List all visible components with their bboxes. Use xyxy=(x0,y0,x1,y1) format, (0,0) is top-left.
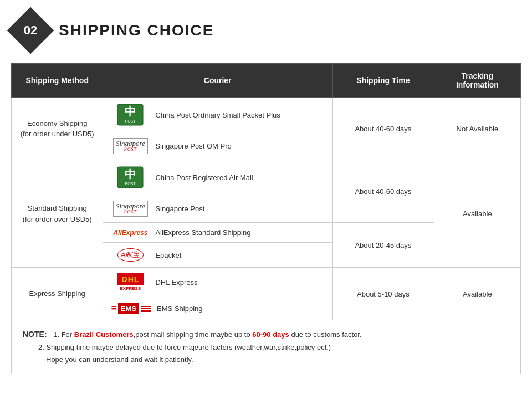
sg-post-icon: Singapore POST xyxy=(113,201,148,217)
courier-row: 中 POST China Post Registered Air Mail xyxy=(111,166,324,189)
note-section: NOTE: 1. For Brazil Customers,post mail … xyxy=(11,320,521,374)
courier-row: DHL EXPRESS DHL Express xyxy=(111,273,324,291)
courier-name: DHL Express xyxy=(155,278,197,287)
sg-post-sub: POST xyxy=(116,147,145,152)
china-post-logo: 中 POST xyxy=(111,103,150,126)
epacket-icon: e邮宝 xyxy=(117,248,144,262)
courier-sg-post-economy: Singapore POST Singapore Post OM Pro xyxy=(103,132,332,160)
courier-row: Singapore POST Singapore Post OM Pro xyxy=(111,138,324,154)
courier-china-post-std: 中 POST China Post Registered Air Mail xyxy=(103,160,332,195)
note-line-2: 2. Shipping time maybe delayed due to fo… xyxy=(38,343,331,351)
courier-name: Singapore Post OM Pro xyxy=(155,142,231,150)
badge-number: 02 xyxy=(24,23,37,38)
ems-line xyxy=(141,308,151,309)
svg-text:POST: POST xyxy=(125,182,136,186)
courier-name: Singapore Post xyxy=(155,205,204,213)
courier-row: AliExpress AliExpress Standard Shipping xyxy=(111,228,324,237)
courier-sg-post-std: Singapore POST Singapore Post xyxy=(103,195,332,223)
shipping-table: Shipping Method Courier Shipping Time Tr… xyxy=(11,63,521,320)
svg-text:POST: POST xyxy=(125,119,136,123)
note-line-2-cont: Hope you can understand and wait it pati… xyxy=(46,355,193,364)
tracking-express: Available xyxy=(434,268,520,320)
svg-text:中: 中 xyxy=(125,168,136,180)
sg-post-logo: Singapore POST xyxy=(111,138,150,154)
dhl-text: DHL xyxy=(117,273,144,285)
courier-row: e邮宝 Epacket xyxy=(111,248,324,262)
header-courier: Courier xyxy=(103,64,332,98)
ems-text: EMS xyxy=(118,303,139,314)
time-economy: About 40-60 days xyxy=(332,98,434,160)
courier-name: AliExpress Standard Shipping xyxy=(155,228,250,237)
china-post-logo: 中 POST xyxy=(111,166,150,189)
table-row: Standard Shipping(for order over USD5) 中… xyxy=(12,160,521,195)
dhl-sub: EXPRESS xyxy=(120,286,141,291)
courier-aliexpress: AliExpress AliExpress Standard Shipping xyxy=(103,223,332,243)
table-header-row: Shipping Method Courier Shipping Time Tr… xyxy=(12,64,521,98)
time-express: About 5-10 days xyxy=(332,268,434,320)
tracking-economy: Not Available xyxy=(434,98,520,160)
svg-text:中: 中 xyxy=(125,105,136,118)
sg-post-sub: POST xyxy=(116,210,145,215)
sg-post-logo: Singapore POST xyxy=(111,201,150,217)
page-title: SHIPPING CHOICE xyxy=(59,22,214,39)
note-highlight-days: 60-90 days xyxy=(252,330,289,339)
china-post-icon: 中 POST xyxy=(116,166,144,189)
courier-row: Singapore POST Singapore Post xyxy=(111,201,324,217)
courier-name: China Post Ordinary Small Packet Plus xyxy=(155,111,280,119)
ems-line xyxy=(141,306,151,307)
sg-post-name: Singapore xyxy=(116,202,145,210)
table-row: Economy Shipping(for order under USD5) 中… xyxy=(12,98,521,132)
badge: 02 xyxy=(11,11,50,50)
header-time: Shipping Time xyxy=(332,64,434,98)
courier-ems: ≡ EMS EMS Shipping xyxy=(103,297,332,320)
courier-china-post-economy: 中 POST China Post Ordinary Small Packet … xyxy=(103,98,332,132)
courier-name: China Post Registered Air Mail xyxy=(155,174,253,182)
courier-name: EMS Shipping xyxy=(157,304,202,313)
china-post-icon: 中 POST xyxy=(116,103,144,126)
courier-row: ≡ EMS EMS Shipping xyxy=(111,303,324,314)
note-label: NOTE: xyxy=(23,330,47,339)
sg-post-icon: Singapore POST xyxy=(113,138,148,154)
method-economy: Economy Shipping(for order under USD5) xyxy=(12,98,103,160)
ems-line xyxy=(141,310,151,312)
ems-arrow: ≡ xyxy=(111,303,117,314)
page-header: 02 SHIPPING CHOICE xyxy=(11,11,521,50)
note-line-1: 1. For Brazil Customers,post mail shippi… xyxy=(53,330,361,339)
header-tracking: Tracking Information xyxy=(434,64,520,98)
method-standard: Standard Shipping(for order over USD5) xyxy=(12,160,103,268)
header-method: Shipping Method xyxy=(12,64,103,98)
tracking-standard: Available xyxy=(434,160,520,268)
courier-epacket: e邮宝 Epacket xyxy=(103,243,332,268)
epacket-logo: e邮宝 xyxy=(111,248,150,262)
courier-row: 中 POST China Post Ordinary Small Packet … xyxy=(111,103,324,126)
ems-logo: ≡ EMS xyxy=(111,303,151,314)
time-standard-1: About 40-60 days xyxy=(332,160,434,223)
courier-dhl: DHL EXPRESS DHL Express xyxy=(103,268,332,297)
sg-post-name: Singapore xyxy=(116,140,145,147)
dhl-icon: DHL EXPRESS xyxy=(117,273,144,291)
dhl-logo: DHL EXPRESS xyxy=(111,273,150,291)
courier-name: Epacket xyxy=(155,251,181,259)
aliexpress-icon: AliExpress xyxy=(113,229,147,237)
table-row: Express Shipping DHL EXPRESS DHL Express… xyxy=(12,268,521,297)
aliexpress-logo: AliExpress xyxy=(111,229,150,237)
ems-lines xyxy=(141,306,151,312)
method-express: Express Shipping xyxy=(12,268,103,320)
note-highlight-brazil: Brazil Customers xyxy=(74,330,134,339)
time-standard-2: About 20-45 days xyxy=(332,223,434,268)
ems-icon: ≡ EMS xyxy=(111,303,151,314)
